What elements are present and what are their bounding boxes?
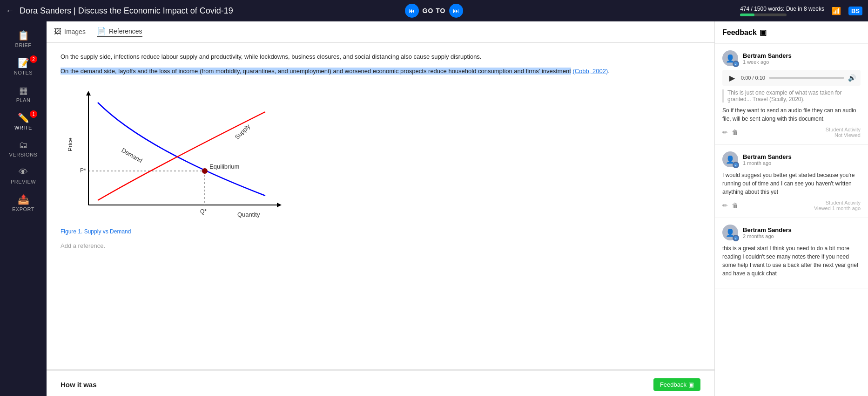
wifi-icon: 📶	[832, 7, 841, 15]
main-layout: 📋 BRIEF 2 📝 NOTES ▦ PLAN 1 ✏️ WRITE 🗂 VE…	[0, 21, 868, 396]
sidebar: 📋 BRIEF 2 📝 NOTES ▦ PLAN 1 ✏️ WRITE 🗂 VE…	[0, 21, 47, 396]
feedback-header-icon: ▣	[760, 28, 767, 37]
sidebar-label-write: WRITE	[14, 125, 32, 130]
play-button-1[interactable]: ▶	[727, 73, 737, 83]
chart-svg: Price Quantity P* Q* Demand	[61, 84, 284, 224]
app-header: ← Dora Sanders | Discuss the Economic Im…	[0, 0, 868, 21]
comment-2-name: Bertram Sanders	[743, 153, 792, 160]
audio-bar-1[interactable]	[769, 77, 844, 79]
preview-icon: 👁	[19, 167, 28, 178]
comment-2-user-row: 👤 + Bertram Sanders 1 month ago	[722, 151, 861, 167]
delete-icon-2[interactable]: 🗑	[732, 202, 738, 209]
audio-player-1: ▶ 0:00 / 0:10 🔊	[722, 70, 861, 86]
comment-3-name: Bertram Sanders	[743, 226, 792, 233]
document-area: On the supply side, infections reduce la…	[47, 43, 714, 396]
comment-1-name: Bertram Sanders	[743, 52, 792, 59]
comment-1-user-row: 👤 + Bertram Sanders 1 week ago	[722, 50, 861, 66]
svg-text:Price: Price	[67, 137, 74, 151]
goto-next-button[interactable]: ⏭	[449, 4, 463, 18]
comment-1-meta: Student Activity Not Viewed	[826, 127, 861, 138]
citation-link[interactable]: (Cobb, 2002)	[572, 68, 608, 75]
sidebar-label-notes: NOTES	[14, 70, 33, 75]
plan-icon: ▦	[19, 85, 28, 96]
feedback-btn-icon: ▣	[688, 381, 694, 388]
tab-references[interactable]: 📄 References	[97, 27, 142, 37]
add-reference[interactable]: Add a reference.	[61, 242, 700, 249]
sidebar-item-preview[interactable]: 👁 PREVIEW	[3, 163, 44, 188]
comment-2-meta: Student Activity Viewed 1 month ago	[814, 200, 861, 211]
word-count-container: 474 / 1500 words: Due in 8 weeks	[740, 6, 824, 16]
feedback-button[interactable]: Feedback ▣	[653, 378, 700, 391]
sidebar-item-notes[interactable]: 2 📝 NOTES	[3, 54, 44, 79]
how-it-was-section: How it was Feedback ▣ Prior to Covid-19,…	[47, 371, 714, 396]
content-area: 🖼 Images 📄 References On the supply side…	[47, 21, 714, 396]
sidebar-label-plan: PLAN	[16, 97, 31, 103]
section-header: How it was Feedback ▣	[61, 378, 700, 391]
section-title: How it was	[61, 381, 97, 389]
document-page: On the supply side, infections reduce la…	[47, 43, 714, 369]
tabs-bar: 🖼 Images 📄 References	[47, 21, 714, 43]
svg-text:+: +	[735, 237, 737, 240]
notes-badge: 2	[30, 55, 37, 63]
goto-label: GO TO	[423, 7, 446, 14]
comment-3-text: this is a great start I think you need t…	[722, 244, 861, 278]
sidebar-label-brief: BRIEF	[15, 42, 32, 48]
volume-icon-1[interactable]: 🔊	[848, 74, 856, 82]
sidebar-item-plan[interactable]: ▦ PLAN	[3, 81, 44, 107]
svg-marker-3	[277, 203, 282, 207]
audio-time-1: 0:00 / 0:10	[741, 75, 765, 81]
word-count-text: 474 / 1500 words: Due in 8 weeks	[740, 6, 824, 12]
comment-2-text: I would suggest you better get started b…	[722, 171, 861, 196]
svg-text:+: +	[735, 63, 737, 66]
comment-3-time: 2 months ago	[743, 233, 792, 239]
tab-images-label: Images	[64, 28, 86, 35]
header-right: 474 / 1500 words: Due in 8 weeks 📶 BS	[740, 6, 862, 16]
demand-text: On the demand side, layoffs and the loss…	[61, 67, 700, 76]
comment-3-user-row: 👤 + Bertram Sanders 2 months ago	[722, 225, 861, 240]
feedback-comment-1: 👤 + Bertram Sanders 1 week ago ▶ 0:00 / …	[715, 44, 868, 145]
svg-text:Q*: Q*	[200, 208, 207, 215]
avatar-3: 👤 +	[722, 225, 738, 240]
back-button[interactable]: ←	[6, 6, 14, 16]
avatar-badge-3: +	[733, 235, 739, 241]
notes-icon: 📝	[18, 57, 29, 68]
feedback-comment-3: 👤 + Bertram Sanders 2 months ago this is…	[715, 218, 868, 288]
comment-2-time: 1 month ago	[743, 160, 792, 166]
edit-icon-1[interactable]: ✏	[722, 129, 728, 136]
svg-text:Demand: Demand	[121, 146, 144, 164]
images-tab-icon: 🖼	[54, 27, 61, 36]
edit-icon-2[interactable]: ✏	[722, 202, 728, 209]
sidebar-item-brief[interactable]: 📋 BRIEF	[3, 26, 44, 52]
svg-text:+: +	[735, 164, 737, 167]
svg-text:Quantity: Quantity	[237, 211, 260, 218]
avatar-badge-1: +	[733, 61, 739, 67]
write-badge: 1	[30, 110, 37, 118]
svg-text:P*: P*	[80, 167, 86, 174]
feedback-panel: Feedback ▣ 👤 + Bertram Sanders 1 week ag…	[714, 21, 868, 396]
goto-prev-button[interactable]: ⏮	[405, 4, 419, 18]
export-icon: 📤	[18, 194, 29, 205]
sidebar-label-export: EXPORT	[12, 206, 34, 212]
page-title: Dora Sanders | Discuss the Economic Impa…	[20, 6, 233, 16]
feedback-header-label: Feedback	[722, 28, 757, 37]
sidebar-item-export[interactable]: 📤 EXPORT	[3, 190, 44, 216]
avatar-badge-2: +	[733, 162, 739, 168]
sidebar-item-write[interactable]: 1 ✏️ WRITE	[3, 109, 44, 134]
sidebar-label-preview: PREVIEW	[11, 179, 36, 184]
goto-controls: ⏮ GO TO ⏭	[405, 4, 464, 18]
progress-bar	[740, 14, 787, 16]
svg-marker-2	[86, 91, 91, 96]
delete-icon-1[interactable]: 🗑	[732, 129, 738, 136]
svg-text:Equilibrium: Equilibrium	[209, 163, 239, 170]
avatar-1: 👤 +	[722, 50, 738, 66]
references-tab-icon: 📄	[97, 27, 106, 35]
svg-text:Supply: Supply	[234, 123, 252, 141]
highlighted-demand-text: On the demand side, layoffs and the loss…	[61, 68, 571, 75]
progress-bar-fill	[740, 14, 754, 16]
sidebar-item-versions[interactable]: 🗂 VERSIONS	[3, 136, 44, 161]
tab-images[interactable]: 🖼 Images	[54, 27, 86, 37]
avatar-2: 👤 +	[722, 151, 738, 167]
chart-caption: Figure 1. Supply vs Demand	[61, 228, 700, 235]
sidebar-label-versions: VERSIONS	[9, 152, 38, 157]
feedback-panel-header: Feedback ▣	[715, 21, 868, 44]
